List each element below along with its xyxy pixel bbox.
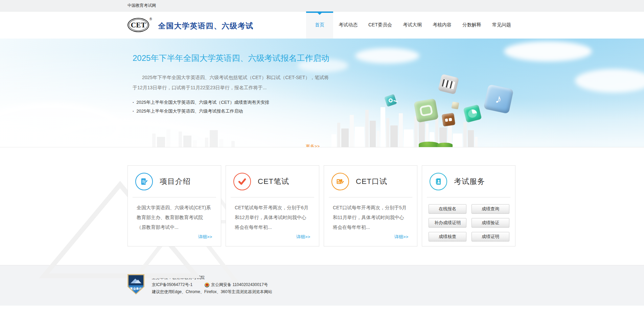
card-project-intro: 项目介绍 全国大学英语四、六级考试(CET)系教育部主办、教育部教育考试院（原教… xyxy=(128,165,221,246)
card-text: CET笔试每年开考两次，分别于6月和12月举行，具体考试时间我中心将会在每年年初… xyxy=(226,197,319,232)
nav-home[interactable]: 首页 xyxy=(306,11,333,39)
nav-exam-news[interactable]: 考试动态 xyxy=(333,11,363,39)
badge-label: 事业单位 xyxy=(129,287,143,291)
service-button-grid: 在线报名 成绩查询 补办成绩证明 成绩验证 成绩核查 成绩证明 xyxy=(422,197,515,241)
page: 中国教育考试网 CET ® 全国大学英语四、六级考试 首页 考试动态 CET委员… xyxy=(0,0,644,333)
tree-decoration xyxy=(549,118,571,147)
top-utility-bar: 中国教育考试网 xyxy=(0,0,644,11)
detail-link[interactable]: 详细>> xyxy=(296,234,310,240)
footer: 事业单位 主办单位：教育部教育考试院 京ICP备05064772号-1 京公网安… xyxy=(0,265,644,306)
public-security-number: 京公网安备 11040202430017号 xyxy=(211,281,268,288)
police-badge-icon xyxy=(205,283,209,287)
address-book-icon xyxy=(430,173,447,190)
score-certificate-button[interactable]: 成绩证明 xyxy=(472,232,509,241)
score-recheck-button[interactable]: 成绩核查 xyxy=(429,232,466,241)
detail-link[interactable]: 详细>> xyxy=(198,234,212,240)
more-link[interactable]: 更多>> xyxy=(306,143,320,147)
score-verification-button[interactable]: 成绩验证 xyxy=(472,218,509,228)
hero-news-summary: 2025年下半年全国大学英语四、六级考试包括笔试（CET）和口试（CET-SET… xyxy=(133,72,330,93)
registered-mark: ® xyxy=(150,17,152,21)
card-title: CET口试 xyxy=(356,176,387,187)
cet-logo[interactable]: CET ® xyxy=(128,18,152,32)
public-security-link[interactable]: 京公网安备 11040202430017号 xyxy=(205,281,268,288)
header: CET ® 全国大学英语四、六级考试 首页 考试动态 CET委员会 考试大纲 考… xyxy=(0,11,644,39)
cet-logo-text: CET xyxy=(131,21,146,29)
parent-site-link[interactable]: 中国教育考试网 xyxy=(128,3,156,8)
hero-news-list: 2025年上半年全国大学英语四、六级考试（CET）成绩查询有关安排 2025年上… xyxy=(133,98,330,116)
card-title: 项目介绍 xyxy=(160,176,191,187)
card-title: CET笔试 xyxy=(258,176,289,187)
score-query-button[interactable]: 成绩查询 xyxy=(472,204,509,214)
cet-logo-oval: CET xyxy=(128,18,149,32)
cloud-decoration xyxy=(504,41,592,62)
cloud-decoration xyxy=(575,69,644,93)
card-cet-written-test: CET笔试 CET笔试每年开考两次，分别于6月和12月举行，具体考试时间我中心将… xyxy=(226,165,319,246)
main-nav: 首页 考试动态 CET委员会 考试大纲 考核内容 分数解释 常见问题 xyxy=(306,11,516,39)
badge-mountain-graphic xyxy=(135,280,141,283)
checkmark-icon xyxy=(233,173,251,190)
reissue-score-certificate-button[interactable]: 补办成绩证明 xyxy=(429,218,466,228)
icp-license-link[interactable]: 京ICP备05064772号-1 xyxy=(152,281,192,288)
nav-faq[interactable]: 常见问题 xyxy=(487,11,516,39)
browser-tip: 建议您使用Edge、Chrome、Firefox、360等主流浏览器浏览本网站 xyxy=(152,288,272,295)
speaking-window-icon xyxy=(331,173,349,190)
nav-score-interpretation[interactable]: 分数解释 xyxy=(457,11,487,39)
nav-exam-syllabus[interactable]: 考试大纲 xyxy=(397,11,427,39)
news-item[interactable]: 2025年上半年全国大学英语四、六级考试（CET）成绩查询有关安排 xyxy=(133,98,330,107)
nav-cet-committee[interactable]: CET委员会 xyxy=(363,11,397,39)
hero-banner: ♪ 2025年下半年全国大学英语四、六级考试报名工作启动 2025年下半年全国大… xyxy=(0,39,644,147)
nav-assessment-content[interactable]: 考核内容 xyxy=(427,11,457,39)
organizer-line: 主办单位：教育部教育考试院 xyxy=(152,274,272,281)
document-pencil-icon xyxy=(135,173,153,190)
card-text: 全国大学英语四、六级考试(CET)系教育部主办、教育部教育考试院（原教育部考试中… xyxy=(128,197,221,232)
public-institution-badge[interactable]: 事业单位 xyxy=(128,274,144,294)
site-title: 全国大学英语四、六级考试 xyxy=(158,19,253,31)
online-registration-button[interactable]: 在线报名 xyxy=(429,204,466,214)
hero-news-title[interactable]: 2025年下半年全国大学英语四、六级考试报名工作启动 xyxy=(133,51,330,65)
cards-section: 项目介绍 全国大学英语四、六级考试(CET)系教育部主办、教育部教育考试院（原教… xyxy=(0,147,644,265)
card-text: CET口试每年开考两次，分别于5月和11月举行，具体考试时间我中心将会在每年年初… xyxy=(324,197,417,232)
news-item[interactable]: 2025年上半年全国大学英语四、六级考试报名工作启动 xyxy=(133,107,330,116)
card-title: 考试服务 xyxy=(454,176,485,187)
detail-link[interactable]: 详细>> xyxy=(394,234,408,240)
card-cet-oral-test: CET口试 CET口试每年开考两次，分别于5月和11月举行，具体考试时间我中心将… xyxy=(324,165,417,246)
card-exam-services: 考试服务 在线报名 成绩查询 补办成绩证明 成绩验证 成绩核查 成绩证明 xyxy=(422,165,515,246)
